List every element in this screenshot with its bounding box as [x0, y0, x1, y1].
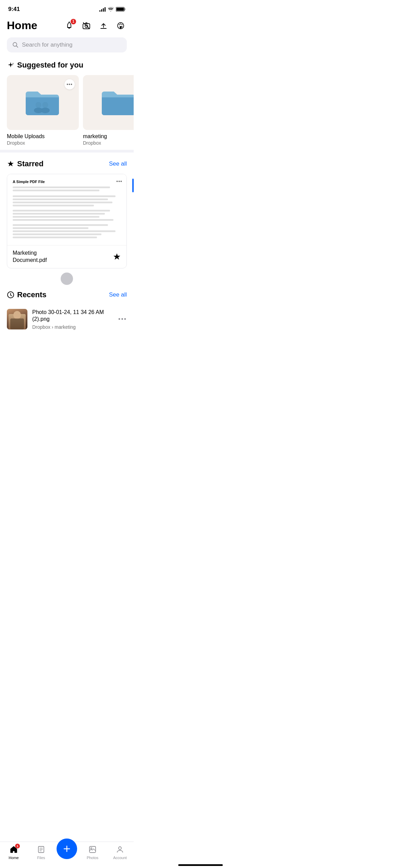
upload-icon: [99, 21, 108, 30]
recents-see-all[interactable]: See all: [109, 291, 127, 298]
folder-name-mobile-uploads: Mobile Uploads: [7, 133, 79, 140]
svg-line-16: [16, 46, 18, 48]
search-placeholder: Search for anything: [22, 41, 72, 48]
folder-sub-mobile-uploads: Dropbox: [7, 140, 79, 146]
pdf-file-info: MarketingDocument.pdf: [7, 245, 126, 268]
svg-point-22: [42, 102, 48, 108]
status-time: 9:41: [8, 6, 20, 13]
starred-header: Starred See all: [0, 157, 134, 174]
folder-menu-mobile-uploads[interactable]: •••: [64, 79, 75, 89]
search-icon: [12, 42, 19, 48]
suggested-scroll: ••• Mobile Uploads Dropbox ••• marketing…: [0, 75, 134, 146]
pdf-menu-button[interactable]: •••: [116, 178, 122, 184]
folder-sub-marketing: Dropbox: [83, 140, 134, 146]
wifi-icon: [108, 7, 114, 12]
svg-rect-1: [125, 8, 126, 10]
recents-title-text: Recents: [17, 290, 47, 299]
starred-title-text: Starred: [17, 159, 44, 168]
folder-thumb-mobile-uploads: •••: [7, 75, 79, 130]
pdf-star-icon[interactable]: [113, 253, 121, 261]
scroll-indicator: [0, 273, 134, 285]
recent-item-0[interactable]: Photo 30-01-24, 11 34 26 AM (2).png Drop…: [0, 305, 134, 334]
status-bar: 9:41: [0, 0, 134, 16]
svg-rect-2: [117, 8, 124, 11]
star-filled-icon: [7, 160, 14, 168]
folder-name-marketing: marketing: [83, 133, 134, 140]
scroll-dot: [61, 273, 73, 285]
status-icons: [99, 7, 125, 12]
upload-button[interactable]: [97, 20, 110, 32]
svg-point-21: [36, 102, 41, 108]
svg-point-6: [85, 25, 88, 27]
palette-button[interactable]: [114, 20, 127, 32]
suggested-title: Suggested for you: [7, 61, 83, 70]
recent-menu-0[interactable]: •••: [118, 316, 127, 323]
camera-off-icon: [82, 21, 91, 30]
page-title: Home: [7, 19, 37, 32]
notification-badge: 1: [71, 19, 76, 24]
svg-point-20: [41, 108, 50, 113]
pdf-card[interactable]: ••• A Simple PDF File: [7, 174, 127, 268]
search-bar[interactable]: Search for anything: [7, 37, 127, 52]
recent-thumb-0: [7, 309, 27, 329]
folder-card-mobile-uploads[interactable]: ••• Mobile Uploads Dropbox: [7, 75, 79, 146]
camera-button[interactable]: [80, 20, 93, 32]
battery-icon: [116, 7, 125, 12]
divider-1: [0, 150, 134, 153]
svg-rect-4: [67, 27, 71, 28]
recent-filename-0: Photo 30-01-24, 11 34 26 AM (2).png: [32, 309, 113, 323]
recent-info-0: Photo 30-01-24, 11 34 26 AM (2).png Drop…: [32, 309, 113, 330]
starred-title: Starred: [7, 159, 44, 168]
suggested-section: Suggested for you •••: [0, 58, 134, 146]
suggested-title-text: Suggested for you: [17, 61, 83, 70]
recent-path-0: Dropbox › marketing: [32, 324, 113, 330]
folder-thumb-marketing: •••: [83, 75, 134, 130]
pdf-content: [13, 186, 121, 238]
shared-folder-icon: [24, 87, 62, 118]
recents-header: Recents See all: [0, 288, 134, 305]
svg-point-13: [122, 24, 123, 25]
pdf-doc-title: A Simple PDF File: [13, 180, 121, 184]
sparkle-icon: [7, 61, 14, 69]
folder-card-marketing[interactable]: ••• marketing Dropbox: [83, 75, 134, 146]
svg-point-11: [119, 24, 120, 25]
palette-icon: [116, 21, 125, 30]
folder-icon-marketing: [100, 87, 134, 118]
suggested-header: Suggested for you: [0, 58, 134, 75]
search-container: Search for anything: [0, 36, 134, 58]
header-actions: 1: [63, 20, 127, 32]
pdf-thumbnail: ••• A Simple PDF File: [7, 174, 126, 245]
clock-icon: [7, 291, 14, 299]
starred-section: Starred See all ••• A Simple PDF File: [0, 157, 134, 268]
recents-section: Recents See all Photo 30-01-24, 11 34 26…: [0, 288, 134, 334]
recents-title: Recents: [7, 290, 47, 299]
svg-point-12: [120, 23, 121, 24]
notifications-button[interactable]: 1: [63, 20, 75, 32]
starred-see-all[interactable]: See all: [109, 160, 127, 167]
signal-icon: [99, 7, 106, 12]
page-header: Home 1: [0, 16, 134, 36]
pdf-filename: MarketingDocument.pdf: [13, 250, 47, 264]
